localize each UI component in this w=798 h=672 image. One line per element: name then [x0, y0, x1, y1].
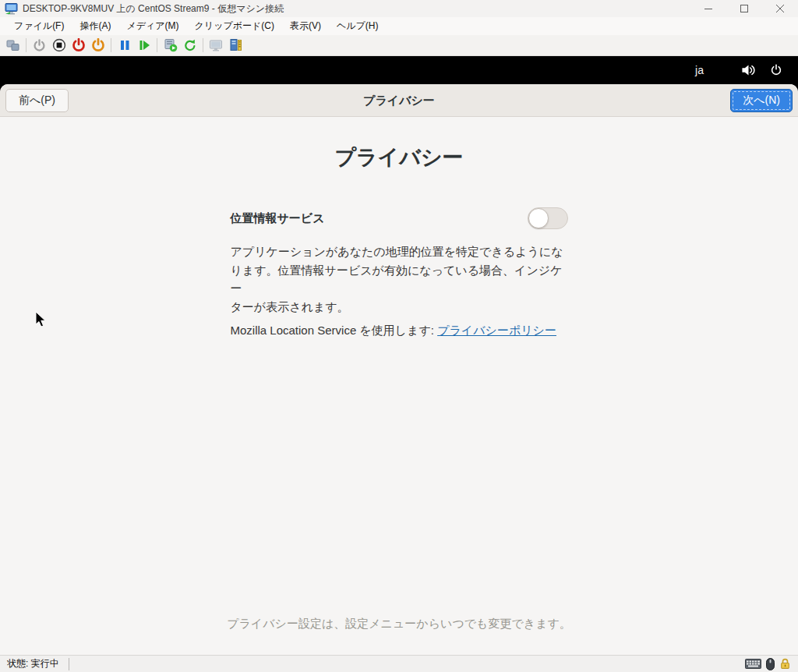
resume-button[interactable] [134, 37, 154, 55]
basic-session-icon [209, 39, 224, 52]
checkpoint-icon [164, 38, 178, 52]
toolbar-separator [26, 38, 26, 52]
volume-icon [741, 64, 756, 76]
status-bar: 状態: 実行中 [0, 655, 798, 672]
menu-clipboard[interactable]: クリップボード(C) [187, 17, 282, 35]
keyboard-status-icon [745, 659, 761, 669]
menu-media[interactable]: メディア(M) [118, 17, 186, 35]
vm-display: ja 前へ(P) プライバシー 次へ(N) プライバシー 位 [0, 56, 798, 655]
pause-button[interactable] [115, 37, 134, 55]
vmconnect-app-icon [5, 3, 18, 15]
maximize-button[interactable] [726, 0, 762, 17]
turn-off-button[interactable] [69, 37, 88, 55]
toolbar-separator [111, 38, 111, 52]
enhanced-session-icon [229, 38, 242, 52]
minimize-icon [704, 5, 712, 12]
revert-icon [183, 39, 196, 52]
setup-header-bar: 前へ(P) プライバシー 次へ(N) [0, 84, 798, 117]
shutdown-icon [91, 38, 105, 52]
turn-off-icon [72, 38, 86, 52]
location-services-description: アプリケーションがあなたの地理的位置を特定できるようにな ります。位置情報サービ… [231, 242, 568, 316]
statusbar-icons [745, 658, 791, 670]
initial-setup-window: 前へ(P) プライバシー 次へ(N) プライバシー 位置情報サービス アプリケー… [0, 84, 798, 655]
setup-header-title: プライバシー [0, 93, 798, 108]
privacy-panel: 位置情報サービス アプリケーションがあなたの地理的位置を特定できるようにな りま… [231, 207, 568, 338]
stop-button[interactable] [49, 37, 69, 55]
mozilla-service-line: Mozilla Location Service を使用します: プライバシーポ… [231, 324, 568, 338]
location-services-label: 位置情報サービス [231, 211, 325, 226]
gnome-top-bar: ja [0, 56, 798, 84]
checkpoint-button[interactable] [161, 37, 180, 55]
power-on-icon [33, 39, 46, 52]
mozilla-service-text: Mozilla Location Service を使用します: [231, 324, 438, 337]
lock-status-icon [779, 658, 791, 670]
setup-page-privacy: プライバシー 位置情報サービス アプリケーションがあなたの地理的位置を特定できる… [0, 117, 798, 655]
location-services-row: 位置情報サービス [231, 207, 568, 229]
statusbar-separator [69, 658, 69, 670]
basic-session-button[interactable] [207, 37, 226, 55]
toolbar-separator [157, 38, 157, 52]
titlebar: DESKTOP-9KV8MUV 上の CentOS Stream9 - 仮想マシ… [0, 0, 798, 17]
menu-action[interactable]: 操作(A) [72, 17, 118, 35]
revert-button[interactable] [180, 37, 200, 55]
power-menu-button[interactable] [770, 64, 782, 76]
shutdown-button[interactable] [88, 37, 108, 55]
power-icon [770, 64, 782, 76]
previous-button[interactable]: 前へ(P) [5, 89, 69, 112]
close-icon [776, 5, 784, 12]
minimize-button[interactable] [690, 0, 726, 17]
settings-footer-note: プライバシー設定は、設定メニューからいつでも変更できます。 [0, 617, 798, 631]
keyboard-layout-indicator[interactable]: ja [695, 64, 704, 76]
location-services-toggle[interactable] [528, 207, 568, 229]
ctrl-alt-del-button[interactable] [3, 37, 23, 55]
menu-file[interactable]: ファイル(F) [6, 17, 72, 35]
maximize-icon [740, 5, 748, 12]
volume-button[interactable] [741, 64, 756, 76]
toolbar-separator [203, 38, 203, 52]
vm-status-text: 状態: 実行中 [7, 657, 59, 670]
page-title: プライバシー [0, 117, 798, 172]
next-button[interactable]: 次へ(N) [730, 89, 793, 112]
resume-icon [138, 39, 150, 51]
privacy-policy-link[interactable]: プライバシーポリシー [437, 324, 556, 337]
vm-toolbar [0, 35, 798, 56]
vmconnect-window: { "window": { "title": "DESKTOP-9KV8MUV … [0, 0, 798, 672]
close-button[interactable] [762, 0, 798, 17]
menu-help[interactable]: ヘルプ(H) [329, 17, 387, 35]
window-title: DESKTOP-9KV8MUV 上の CentOS Stream9 - 仮想マシ… [23, 2, 284, 16]
enhanced-session-button[interactable] [226, 37, 245, 55]
pause-icon [118, 39, 131, 51]
stop-icon [52, 38, 66, 52]
window-controls [690, 0, 798, 17]
ctrl-alt-del-icon [6, 40, 20, 51]
menu-view[interactable]: 表示(V) [282, 17, 329, 35]
menu-bar: ファイル(F) 操作(A) メディア(M) クリップボード(C) 表示(V) ヘ… [0, 17, 798, 35]
toggle-knob [528, 208, 549, 228]
power-on-button[interactable] [30, 37, 49, 55]
mouse-status-icon [766, 658, 775, 670]
